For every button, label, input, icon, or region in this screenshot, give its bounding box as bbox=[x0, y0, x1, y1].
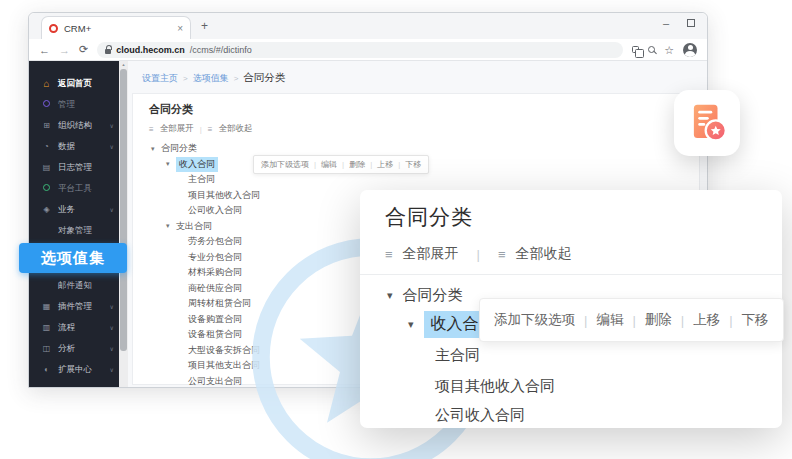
profile-avatar[interactable] bbox=[683, 43, 697, 57]
sidebar-item-extension-center[interactable]: ◐ 扩展中心 ∨ bbox=[29, 359, 119, 380]
chevron-down-icon: ∨ bbox=[110, 303, 114, 310]
breadcrumb-current: 合同分类 bbox=[243, 71, 285, 85]
move-up-action[interactable]: 上移 bbox=[377, 159, 393, 170]
process-icon: ▥ bbox=[41, 323, 52, 332]
lock-icon bbox=[105, 49, 111, 54]
move-down-action[interactable]: 下移 bbox=[405, 159, 421, 170]
magnified-detail-panel: 合同分类 ≡ 全部展开 | ≡ 全部收起 ▾ 合同分类 ▾ 收入合同 添加下级选… bbox=[360, 190, 782, 428]
caret-down-icon[interactable]: ▾ bbox=[166, 222, 176, 230]
sidebar-item-analysis[interactable]: ◫ 分析 ∨ bbox=[29, 338, 119, 359]
platform-ring-icon bbox=[41, 184, 52, 193]
crm-logo-icon bbox=[49, 24, 58, 33]
sidebar-item-mail-notice[interactable]: 邮件通知 bbox=[29, 275, 119, 296]
business-icon: ◈ bbox=[41, 205, 52, 214]
chevron-down-icon: ∨ bbox=[110, 122, 114, 129]
tree-action-menu: 添加下级选项 | 编辑 | 删除 | 上移 | 下移 bbox=[253, 155, 429, 174]
sidebar-section-platform-tools[interactable]: 平台工具 bbox=[29, 178, 119, 199]
collapse-all-button[interactable]: 全部收起 bbox=[218, 123, 252, 135]
collapse-all-icon: ≡ bbox=[208, 125, 213, 134]
minimize-button[interactable]: – bbox=[663, 18, 669, 28]
analysis-icon: ◫ bbox=[41, 344, 52, 353]
collapse-all-icon: ≡ bbox=[498, 247, 506, 262]
forward-button[interactable]: → bbox=[59, 44, 70, 56]
tab-close-icon[interactable]: × bbox=[177, 23, 183, 34]
edit-action[interactable]: 编辑 bbox=[596, 311, 623, 329]
maximize-button[interactable] bbox=[687, 19, 695, 27]
overlay-toolbar: ≡ 全部展开 | ≡ 全部收起 bbox=[385, 245, 572, 263]
add-child-option-action[interactable]: 添加下级选项 bbox=[261, 159, 309, 170]
breadcrumb-separator: > bbox=[234, 74, 239, 83]
translate-icon[interactable] bbox=[632, 46, 639, 53]
zoom-icon[interactable] bbox=[648, 46, 655, 53]
overlay-divider bbox=[360, 274, 782, 275]
sidebar-item-process[interactable]: ▥ 流程 ∨ bbox=[29, 317, 119, 338]
expand-all-icon: ≡ bbox=[385, 247, 393, 262]
url-path: /ccms/#/dictinfo bbox=[190, 45, 252, 55]
sidebar-item-data[interactable]: ◔ 数据 ∨ bbox=[29, 136, 119, 157]
reload-button[interactable]: ⟳ bbox=[79, 43, 88, 56]
collapse-all-button[interactable]: 全部收起 bbox=[516, 245, 572, 263]
browser-tab[interactable]: CRM+ × bbox=[41, 16, 191, 39]
move-down-action[interactable]: 下移 bbox=[742, 311, 769, 329]
bookmark-star-icon[interactable]: ☆ bbox=[664, 45, 674, 55]
plugin-icon: ▦ bbox=[41, 302, 52, 311]
tab-strip: CRM+ × + – bbox=[29, 13, 707, 39]
page-title: 合同分类 bbox=[133, 94, 699, 119]
sidebar-item-plugin-management[interactable]: ▦ 插件管理 ∨ bbox=[29, 296, 119, 317]
extension-icon: ◐ bbox=[41, 365, 52, 374]
caret-down-icon[interactable]: ▾ bbox=[408, 318, 414, 331]
delete-action[interactable]: 删除 bbox=[349, 159, 365, 170]
back-button[interactable]: ← bbox=[39, 44, 50, 56]
sidebar-item-option-value-set-highlight[interactable]: 选项值集 bbox=[19, 243, 127, 273]
org-structure-icon: ⊞ bbox=[41, 121, 52, 130]
scroll-up-icon[interactable]: ▲ bbox=[119, 61, 128, 68]
log-icon: ▤ bbox=[41, 163, 52, 172]
address-bar[interactable]: cloud.hecom.cn /ccms/#/dictinfo bbox=[97, 42, 623, 58]
sidebar-item-home[interactable]: ⌂ 返回首页 bbox=[29, 73, 119, 94]
sidebar: ⌂ 返回首页 管理 ⊞ 组织结构 ∨ ◔ 数据 ∨ ▤ bbox=[29, 61, 119, 387]
sidebar-scrollbar[interactable]: ▲ bbox=[119, 61, 128, 387]
add-child-option-action[interactable]: 添加下级选项 bbox=[494, 311, 575, 329]
sidebar-item-object-management[interactable]: 对象管理 bbox=[29, 220, 119, 241]
overlay-action-menu: 添加下级选项 | 编辑 | 删除 | 上移 | 下移 bbox=[479, 298, 784, 342]
chevron-down-icon: ∨ bbox=[110, 206, 114, 213]
tree-item[interactable]: 主合同 bbox=[435, 346, 480, 365]
move-up-action[interactable]: 上移 bbox=[693, 311, 720, 329]
sidebar-scrollbar-thumb[interactable] bbox=[120, 69, 127, 351]
caret-down-icon[interactable]: ▾ bbox=[166, 160, 176, 168]
tree-item[interactable]: ▾ 合同分类 bbox=[387, 286, 463, 305]
home-icon: ⌂ bbox=[41, 78, 52, 89]
sidebar-item-org-structure[interactable]: ⊞ 组织结构 ∨ bbox=[29, 115, 119, 136]
tree-item[interactable]: 项目其他收入合同 bbox=[435, 377, 555, 396]
sidebar-section-admin[interactable]: 管理 bbox=[29, 94, 119, 115]
marketing-composite: CRM+ × + – ← → ⟳ cloud.hecom.cn /ccms/#/… bbox=[0, 0, 792, 459]
admin-ring-icon bbox=[41, 100, 52, 109]
edit-action[interactable]: 编辑 bbox=[321, 159, 337, 170]
url-host: cloud.hecom.cn bbox=[116, 45, 185, 55]
delete-action[interactable]: 删除 bbox=[645, 311, 672, 329]
tree-item[interactable]: 主合同 bbox=[133, 172, 699, 188]
sidebar-item-log-management[interactable]: ▤ 日志管理 bbox=[29, 157, 119, 178]
browser-toolbar: ← → ⟳ cloud.hecom.cn /ccms/#/dictinfo ☆ bbox=[29, 39, 707, 61]
chevron-down-icon: ∨ bbox=[110, 345, 114, 352]
chevron-down-icon: ∨ bbox=[110, 143, 114, 150]
overlay-title: 合同分类 bbox=[385, 203, 473, 231]
breadcrumb: 设置主页 > 选项值集 > 合同分类 bbox=[142, 71, 285, 85]
caret-down-icon[interactable]: ▾ bbox=[151, 145, 161, 153]
caret-down-icon[interactable]: ▾ bbox=[387, 289, 393, 302]
tree-toolbar: ≡ 全部展开 | ≡ 全部收起 bbox=[133, 119, 699, 137]
tree-item[interactable]: 公司收入合同 bbox=[435, 406, 525, 425]
breadcrumb-option-value-set[interactable]: 选项值集 bbox=[193, 72, 229, 85]
breadcrumb-separator: > bbox=[183, 74, 188, 83]
chevron-down-icon: ∨ bbox=[110, 324, 114, 331]
expand-all-button[interactable]: 全部展开 bbox=[160, 123, 194, 135]
data-icon: ◔ bbox=[41, 142, 52, 151]
expand-all-icon: ≡ bbox=[149, 125, 154, 134]
feature-icon-card bbox=[674, 90, 740, 156]
new-tab-button[interactable]: + bbox=[201, 19, 208, 33]
expand-all-button[interactable]: 全部展开 bbox=[403, 245, 459, 263]
tree-item-selected[interactable]: ▾ 收入合同 添加下级选项 | 编辑 | 删除 | 上移 | bbox=[133, 157, 699, 173]
sidebar-item-business[interactable]: ◈ 业务 ∨ bbox=[29, 199, 119, 220]
breadcrumb-settings-home[interactable]: 设置主页 bbox=[142, 72, 178, 85]
chevron-down-icon: ∨ bbox=[110, 366, 114, 373]
